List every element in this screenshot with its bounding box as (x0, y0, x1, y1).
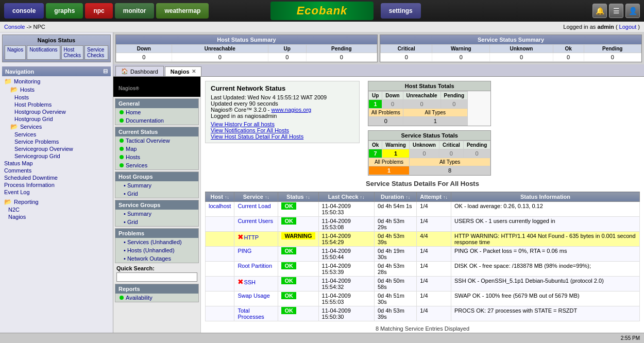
graphs-button[interactable]: graphs (46, 3, 83, 19)
notifications-link[interactable]: Notifications (27, 45, 60, 60)
sidebar-item-event-log[interactable]: Event Log (2, 188, 111, 196)
sidebar-item-scheduled-downtime[interactable]: Scheduled Downtime (2, 174, 111, 181)
svct-all-problems-val[interactable]: 1 (369, 166, 410, 175)
nagios-nav-sg-grid[interactable]: • Grid (115, 218, 198, 226)
sort-service-icon[interactable]: ↑↓ (265, 195, 269, 200)
hst-all-problems-val[interactable]: 0 (369, 117, 403, 126)
sidebar-item-reporting[interactable]: 📂 Reporting (2, 198, 111, 206)
sidebar-item-hosts-group[interactable]: 📂 Hosts (8, 85, 111, 94)
user-icon[interactable]: 👤 (625, 4, 640, 18)
sidebar-item-n2c[interactable]: N2C (6, 206, 111, 213)
service-link[interactable]: PING (238, 248, 251, 254)
col-duration[interactable]: Duration ↑↓ (374, 192, 416, 202)
sidebar-item-hosts[interactable]: Hosts (12, 94, 111, 101)
col-status[interactable]: Status ↑↓ (278, 192, 318, 202)
sidebar-item-monitoring[interactable]: 📁 Monitoring (2, 77, 111, 85)
sidebar-item-service-problems[interactable]: Service Problems (12, 138, 111, 145)
svct-val-critical[interactable]: 0 (439, 149, 463, 158)
nagios-nav-map[interactable]: Map (115, 145, 198, 153)
sort-lastcheck-icon[interactable]: ↑↓ (360, 195, 365, 200)
host-link[interactable]: localhost (209, 203, 231, 209)
hosts-group-link[interactable]: Hosts (20, 87, 35, 93)
sidebar-item-nagios-reporting[interactable]: Nagios (6, 213, 111, 220)
hst-val-down[interactable]: 0 (382, 100, 403, 109)
nagios-nav-hg-grid[interactable]: • Grid (115, 190, 198, 198)
view-host-status-link[interactable]: View Host Status Detail For All Hosts (211, 133, 303, 140)
hst-all-types[interactable]: All Types (403, 109, 467, 117)
hst-val-up[interactable]: 1 (369, 100, 382, 109)
quick-search-input[interactable] (116, 272, 197, 282)
svct-val-pending[interactable]: 0 (463, 149, 490, 158)
nagios-nav-hg-summary[interactable]: • Summary (115, 181, 198, 190)
sidebar-item-hostgroup-overview[interactable]: Hostgroup Overview (12, 108, 111, 115)
nagios-nav-home[interactable]: Home (115, 108, 198, 116)
nagios-nav-hosts[interactable]: Hosts (115, 153, 198, 161)
services-group-link[interactable]: Services (20, 124, 42, 130)
sidebar-item-services[interactable]: Services (12, 131, 111, 138)
nagios-url-link[interactable]: www.nagios.org (272, 107, 312, 113)
tab-close-icon[interactable]: ✕ (192, 68, 196, 74)
service-link[interactable]: HTTP (244, 234, 259, 241)
sidebar-item-servicegroup-grid[interactable]: Servicegroup Grid (12, 152, 111, 160)
sidebar-item-status-map[interactable]: Status Map (2, 160, 111, 167)
monitor-button[interactable]: monitor (115, 3, 155, 19)
nagios-nav-sg-summary[interactable]: • Summary (115, 210, 198, 218)
menu-icon[interactable]: ☰ (609, 4, 623, 18)
sidebar-item-comments[interactable]: Comments (2, 167, 111, 174)
nagios-nav-docs[interactable]: Documentation (115, 116, 198, 125)
view-notifications-link[interactable]: View Notifications For All Hosts (211, 127, 289, 133)
sort-attempt-icon[interactable]: ↑↓ (443, 195, 448, 200)
col-host[interactable]: Host ↑↓ (206, 192, 234, 202)
service-link[interactable]: SSH (244, 279, 256, 285)
sort-host-icon[interactable]: ↑↓ (225, 195, 229, 200)
host-checks-link[interactable]: Host Checks (61, 45, 83, 60)
col-service[interactable]: Service ↑↓ (234, 192, 278, 202)
sidebar-item-hostgroup-grid[interactable]: Hostgroup Grid (12, 115, 111, 123)
service-link[interactable]: Root Partition (238, 263, 272, 269)
tab-dashboard[interactable]: 🏠 Dashboard (115, 66, 164, 76)
monitoring-link[interactable]: Monitoring (14, 78, 40, 84)
nagios-nav-network-outages[interactable]: • Network Outages (115, 254, 198, 263)
svct-all-types[interactable]: All Types (409, 158, 490, 166)
hst-all-types-val[interactable]: 1 (403, 117, 467, 126)
console-button[interactable]: console (4, 3, 44, 19)
nav-collapse-icon[interactable]: ⊟ (103, 68, 108, 75)
nagios-nav-services[interactable]: Services (115, 161, 198, 169)
sidebar-item-servicegroup-overview[interactable]: Servicegroup Overview (12, 145, 111, 152)
svct-val-ok[interactable]: 7 (369, 149, 382, 158)
settings-button[interactable]: settings (381, 3, 421, 19)
hst-val-unreachable[interactable]: 0 (403, 100, 440, 109)
service-link[interactable]: Current Users (238, 218, 273, 224)
nagios-nav-current-status: Current Status Tactical Overview Map Hos… (115, 127, 199, 170)
sort-duration-icon[interactable]: ↑↓ (405, 195, 410, 200)
col-last-check[interactable]: Last Check ↑↓ (318, 192, 374, 202)
console-link[interactable]: Console (4, 24, 25, 30)
sidebar-item-process-info[interactable]: Process Information (2, 181, 111, 188)
svct-all-problems[interactable]: All Problems (369, 158, 410, 166)
col-attempt[interactable]: Attempt ↑↓ (417, 192, 451, 202)
nagios-nav-tactical[interactable]: Tactical Overview (115, 136, 198, 145)
svct-val-unknown[interactable]: 0 (409, 149, 439, 158)
sidebar-item-services-group[interactable]: 📂 Services (8, 123, 111, 131)
sidebar-item-host-problems[interactable]: Host Problems (12, 101, 111, 108)
service-link[interactable]: Swap Usage (238, 293, 269, 299)
nagios-link[interactable]: Nagios (5, 45, 26, 60)
hst-all-problems[interactable]: All Problems (369, 109, 403, 117)
nagios-nav-availability[interactable]: Availability (115, 294, 198, 302)
weathermap-button[interactable]: weathermap (156, 3, 209, 19)
bell-icon[interactable]: 🔔 (592, 4, 607, 18)
hst-val-pending[interactable]: 0 (440, 100, 467, 109)
svct-val-warning[interactable]: 1 (382, 149, 410, 158)
tab-nagios[interactable]: Nagios ✕ (165, 66, 201, 76)
view-history-link[interactable]: View History For all hosts (211, 121, 275, 127)
logout-link[interactable]: Logout (619, 24, 637, 30)
svct-all-types-val[interactable]: 8 (409, 166, 490, 175)
sort-status-icon[interactable]: ↑↓ (306, 195, 310, 200)
npc-button[interactable]: npc (85, 3, 112, 19)
service-link[interactable]: Current Load (238, 203, 270, 209)
reporting-link[interactable]: Reporting (14, 199, 39, 205)
nagios-nav-svc-unhandled[interactable]: • Services (Unhandled) (115, 238, 198, 246)
nagios-nav-hosts-unhandled[interactable]: • Hosts (Unhandled) (115, 246, 198, 254)
service-link[interactable]: Total Processes (238, 307, 264, 320)
service-checks-link[interactable]: Service Checks (84, 45, 108, 60)
